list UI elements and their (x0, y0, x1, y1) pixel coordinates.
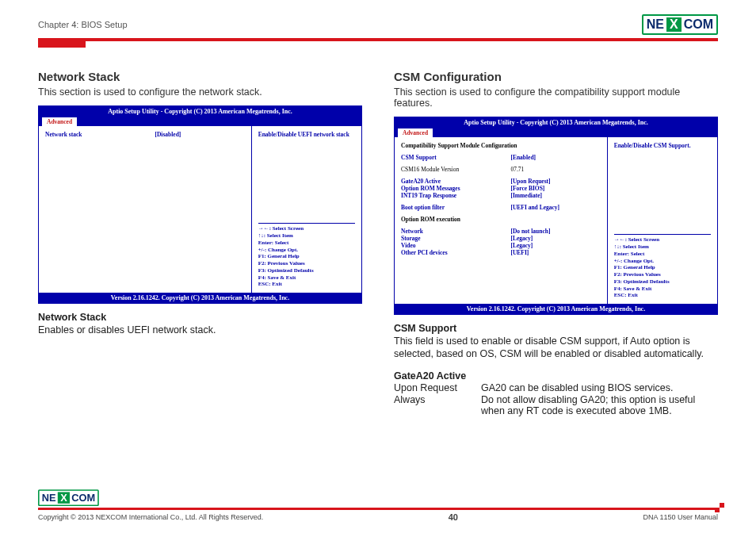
kv-always: AlwaysDo not allow disabling GA20; this … (394, 394, 718, 416)
bios-row-network-stack[interactable]: Network stack [Disabled] (45, 131, 245, 138)
section-title-network-stack: Network Stack (38, 70, 362, 83)
bios-title: Aptio Setup Utility - Copyright (C) 2013… (395, 117, 717, 128)
bios-row-oprom-msgs[interactable]: Option ROM Messages[Force BIOS] (401, 185, 601, 192)
bios-panel-left: Aptio Setup Utility - Copyright (C) 2013… (38, 105, 362, 304)
bios-row-storage[interactable]: Storage[Legacy] (401, 235, 601, 242)
logo-x: X (666, 17, 682, 32)
page-number: 40 (449, 512, 458, 522)
row-value: [Disabled] (155, 131, 244, 138)
logo-com: COM (682, 17, 715, 32)
bios-title: Aptio Setup Utility - Copyright (C) 2013… (39, 106, 361, 117)
bios-help-keys: →←: Select Screen↑↓: Select ItemEnter: S… (614, 236, 711, 299)
bios-row-csm16-version: CSM16 Module Version07.71 (401, 166, 601, 173)
bios-help-top: Enable/Disable CSM Support. (614, 142, 711, 149)
row-label: Network stack (45, 131, 155, 138)
footer-copyright: Copyright © 2013 NEXCOM International Co… (38, 513, 263, 521)
logo-ne: NE (645, 17, 666, 32)
kv-upon-request: Upon RequestGA20 can be disabled using B… (394, 382, 718, 393)
sub-desc: This field is used to enable or disable … (394, 335, 718, 361)
bios-panel-right: Aptio Setup Utility - Copyright (C) 2013… (394, 117, 718, 315)
left-column: Network Stack This section is used to co… (38, 70, 362, 416)
right-column: CSM Configuration This section is used t… (394, 70, 718, 416)
bios-tab-advanced[interactable]: Advanced (398, 128, 433, 137)
bios-heading-csm-config: Compatibility Support Module Configurati… (401, 142, 601, 149)
bios-row-video[interactable]: Video[Legacy] (401, 242, 601, 249)
bios-row-other-pci[interactable]: Other PCI devices[UEFI] (401, 249, 601, 256)
bios-heading-oprom-exec: Option ROM execution (401, 216, 601, 223)
bios-row-boot-filter[interactable]: Boot option filter[UEFI and Legacy] (401, 204, 601, 211)
bios-row-csm-support[interactable]: CSM Support[Enabled] (401, 154, 601, 161)
footer-manual: DNA 1150 User Manual (643, 513, 718, 521)
footer-squares-icon (715, 503, 723, 511)
section-desc: This section is used to configure the co… (394, 86, 718, 109)
header-rule (38, 38, 718, 41)
bios-footer: Version 2.16.1242. Copyright (C) 2013 Am… (395, 304, 717, 314)
sub-desc: Enables or disables UEFI network stack. (38, 324, 362, 336)
bios-footer: Version 2.16.1242. Copyright (C) 2013 Am… (39, 293, 361, 303)
section-title-csm: CSM Configuration (394, 70, 718, 83)
sub-heading-gatea20: GateA20 Active (394, 370, 718, 382)
page-footer: NE X COM Copyright © 2013 NEXCOM Interna… (38, 485, 718, 522)
sub-heading-csm-support: CSM Support (394, 323, 718, 334)
bios-row-int19[interactable]: INT19 Trap Response[Immediate] (401, 192, 601, 199)
bios-help-keys: →←: Select Screen↑↓: Select ItemEnter: S… (258, 225, 355, 288)
bios-help-top: Enable/Disable UEFI network stack (258, 131, 355, 138)
sub-heading-network-stack: Network Stack (38, 312, 362, 323)
header-rule-stub (38, 41, 86, 48)
bios-row-gatea20[interactable]: GateA20 Active[Upon Request] (401, 178, 601, 185)
section-desc: This section is used to configure the ne… (38, 86, 362, 98)
chapter-title: Chapter 4: BIOS Setup (38, 20, 128, 29)
brand-logo: NE X COM (642, 14, 718, 35)
bios-row-network[interactable]: Network[Do not launch] (401, 228, 601, 235)
bios-tab-advanced[interactable]: Advanced (42, 117, 77, 126)
